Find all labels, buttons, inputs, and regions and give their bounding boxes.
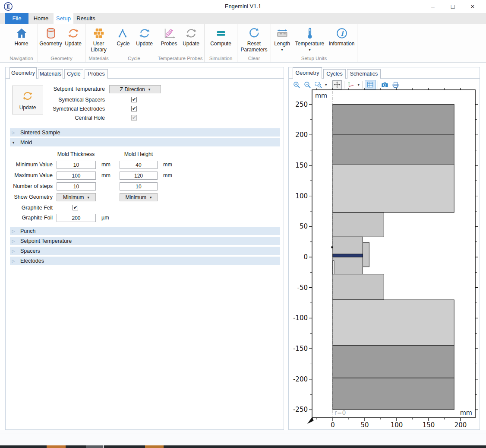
menu-tab-results[interactable]: Results bbox=[73, 13, 98, 24]
taskbar-segment bbox=[86, 445, 103, 448]
zoom-box-caret-icon[interactable]: ▾ bbox=[325, 83, 328, 87]
ribbon-group-geometry: Geometry Update Geometry bbox=[38, 24, 85, 62]
menu-bar: File Home Setup Results bbox=[0, 13, 486, 24]
plot-rect-electrode-bottom-1 bbox=[333, 346, 454, 378]
graphite-foil-input[interactable] bbox=[57, 214, 96, 222]
user-library-button[interactable]: User Library bbox=[86, 26, 111, 53]
mold-thickness-show-dropdown[interactable]: Minimum ▾ bbox=[57, 193, 96, 201]
setpoint-temperature-dropdown[interactable]: Z Direction ▾ bbox=[109, 85, 161, 93]
compute-button[interactable]: Compute bbox=[207, 26, 235, 47]
graphics-tab-schematics[interactable]: Schematics bbox=[347, 69, 381, 79]
print-icon[interactable] bbox=[391, 80, 400, 89]
length-unit-button[interactable]: Length ▾ bbox=[272, 26, 293, 52]
menu-tab-file[interactable]: File bbox=[5, 13, 28, 24]
mold-height-max-input[interactable] bbox=[120, 172, 158, 180]
minimize-button[interactable]: – bbox=[426, 0, 440, 13]
reset-icon bbox=[248, 27, 261, 40]
chevron-down-icon: ▾ bbox=[10, 140, 17, 145]
temperature-icon bbox=[303, 27, 316, 40]
svg-text:250: 250 bbox=[295, 101, 308, 108]
mold-thickness-max-input[interactable] bbox=[57, 172, 96, 180]
plot-rect-electrode-top-2 bbox=[333, 135, 454, 164]
ribbon-group-navigation: Home Navigation bbox=[5, 24, 38, 62]
svg-text:i: i bbox=[341, 29, 344, 38]
svg-text:mm: mm bbox=[315, 92, 327, 99]
mold-height-min-unit: mm bbox=[163, 161, 172, 169]
settings-tab-materials[interactable]: Materials bbox=[38, 69, 63, 79]
menu-tab-setup[interactable]: Setup bbox=[54, 13, 73, 24]
ribbon-group-materials: User Library Materials bbox=[85, 24, 112, 62]
temperature-unit-button[interactable]: Temperature ▾ bbox=[293, 26, 327, 52]
home-icon bbox=[15, 27, 28, 40]
setpoint-temperature-label: Setpoint Temperature bbox=[19, 85, 105, 93]
menu-tab-home[interactable]: Home bbox=[28, 13, 54, 24]
temperature-dropdown-caret-icon[interactable]: ▾ bbox=[309, 48, 311, 52]
section-electodes[interactable]: ▷ Electodes bbox=[10, 257, 280, 265]
svg-text:r=0: r=0 bbox=[335, 409, 346, 416]
graphics-tab-cycles[interactable]: Cycles bbox=[323, 69, 346, 79]
zoom-out-icon[interactable] bbox=[303, 80, 312, 89]
plot-rect-spacer-bottom-small bbox=[333, 274, 384, 300]
section-setpoint-temperature[interactable]: ▷ Setpoint Temperature bbox=[10, 237, 280, 245]
information-button[interactable]: i Information bbox=[327, 26, 357, 47]
update-geometry-ribbon-button[interactable]: Update bbox=[63, 26, 84, 47]
toolbar-separator bbox=[330, 81, 330, 89]
close-button[interactable]: × bbox=[465, 0, 480, 13]
mold-height-min-input[interactable] bbox=[120, 161, 158, 169]
length-dropdown-caret-icon[interactable]: ▾ bbox=[281, 48, 283, 52]
svg-text:50: 50 bbox=[300, 222, 308, 230]
group-label-clear: Clear bbox=[237, 56, 271, 62]
reset-parameters-button[interactable]: Reset Parameters bbox=[240, 26, 269, 53]
mold-height-max-unit: mm bbox=[163, 172, 172, 180]
symetrical-spacers-checkbox[interactable]: ✔ bbox=[131, 97, 137, 102]
section-punch[interactable]: ▷ Punch bbox=[10, 227, 280, 235]
update-cycle-button[interactable]: Update bbox=[134, 26, 155, 47]
length-icon bbox=[276, 27, 289, 40]
zoom-in-icon[interactable] bbox=[292, 80, 301, 89]
mold-height-steps-input[interactable] bbox=[120, 182, 158, 191]
symetrical-electrodes-checkbox[interactable]: ✔ bbox=[131, 106, 137, 111]
number-of-steps-label: Number of steps bbox=[6, 182, 53, 191]
mold-thickness-steps-input[interactable] bbox=[57, 182, 96, 191]
cycle-button[interactable]: Cycle bbox=[113, 26, 134, 47]
ribbon: Home Navigation Geometry Update Geometry bbox=[0, 24, 486, 63]
taskbar[interactable] bbox=[0, 445, 486, 448]
update-probes-button[interactable]: Update bbox=[180, 26, 202, 47]
svg-text:0: 0 bbox=[331, 421, 335, 429]
snapshot-icon[interactable] bbox=[380, 80, 389, 89]
settings-tab-cycle[interactable]: Cycle bbox=[64, 69, 83, 79]
probes-icon bbox=[163, 27, 176, 40]
mold-height-show-dropdown[interactable]: Minimum ▾ bbox=[120, 193, 158, 201]
mold-thickness-min-input[interactable] bbox=[57, 161, 96, 169]
section-sintered-sample[interactable]: ▷ Sintered Sample bbox=[10, 128, 280, 137]
maximize-button[interactable]: □ bbox=[445, 0, 460, 13]
settings-tab-geometry[interactable]: Geometry bbox=[9, 67, 37, 79]
geometry-button[interactable]: Geometry bbox=[39, 26, 63, 47]
group-label-navigation: Navigation bbox=[5, 56, 38, 62]
graphite-felt-checkbox[interactable]: ✔ bbox=[73, 205, 78, 210]
status-area bbox=[0, 430, 486, 445]
refresh-icon-orange bbox=[67, 27, 80, 40]
home-button[interactable]: Home bbox=[9, 26, 34, 47]
chevron-right-icon: ▷ bbox=[10, 130, 17, 135]
view-axes-caret-icon[interactable]: ▾ bbox=[357, 83, 360, 87]
group-label-materials: Materials bbox=[85, 56, 112, 62]
mold-height-header: Mold Height bbox=[113, 150, 164, 159]
probes-button[interactable]: Probes bbox=[158, 26, 180, 47]
svg-text:-150: -150 bbox=[293, 345, 308, 353]
check-icon: ✔ bbox=[132, 106, 136, 111]
section-spacers[interactable]: ▷ Spacers bbox=[10, 247, 280, 255]
chevron-down-icon: ▾ bbox=[88, 195, 90, 200]
section-mold[interactable]: ▾ Mold bbox=[10, 138, 280, 146]
geometry-plot[interactable]: 050100150200-250-200-150-100-50050100150… bbox=[290, 88, 480, 429]
svg-text:150: 150 bbox=[295, 162, 308, 169]
settings-tab-probes[interactable]: Probes bbox=[85, 69, 108, 79]
zoom-box-icon[interactable] bbox=[314, 80, 322, 89]
view-axes-icon[interactable] bbox=[347, 80, 355, 89]
graphics-tab-geometry[interactable]: Geometry bbox=[293, 67, 322, 79]
taskbar-segment bbox=[103, 445, 104, 448]
group-label-geometry: Geometry bbox=[38, 56, 85, 62]
group-label-temperature-probes: Temperature Probes bbox=[156, 56, 204, 62]
plot-rect-sintered-sample bbox=[333, 254, 363, 257]
svg-text:100: 100 bbox=[295, 192, 308, 200]
